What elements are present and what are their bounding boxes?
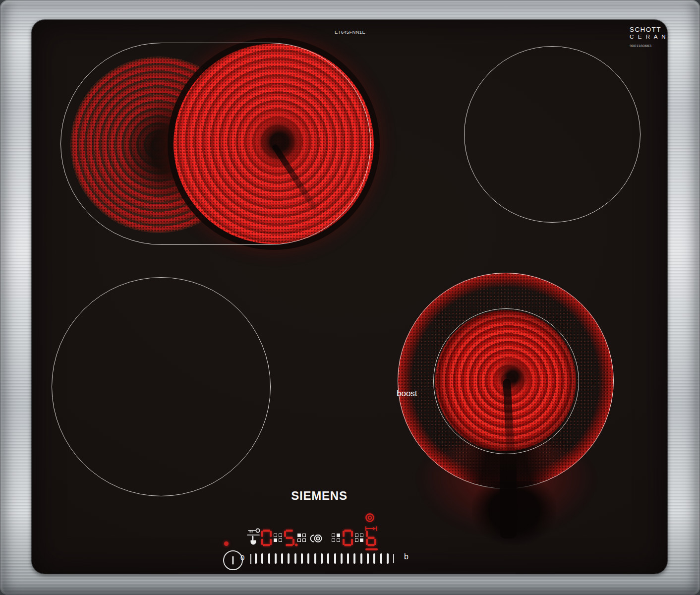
boost-level-underline xyxy=(365,548,378,550)
zone-display-back-right xyxy=(343,530,353,548)
power-slider-ticks[interactable] xyxy=(255,553,394,564)
slider-end-label: b xyxy=(404,552,408,561)
zone-display-back-left xyxy=(284,530,298,548)
slider-tick xyxy=(353,553,355,564)
zone-select-key-front-right[interactable] xyxy=(355,534,363,542)
slider-start-divider xyxy=(250,554,251,564)
pan-detection-icon xyxy=(307,534,322,545)
zone-extend-arrow-icon[interactable] xyxy=(365,525,378,534)
slider-tick xyxy=(255,553,257,564)
slider-tick xyxy=(341,553,343,564)
slider-tick xyxy=(301,553,303,564)
slider-tick xyxy=(281,553,283,564)
slider-tick xyxy=(347,553,349,564)
zone-select-key-back-left[interactable] xyxy=(297,534,306,542)
slider-tick xyxy=(314,553,316,564)
slider-start-label: 0 xyxy=(240,553,244,562)
dual-zone-rings-icon xyxy=(364,512,375,525)
zone-select-key-back-right[interactable] xyxy=(332,534,340,542)
slider-tick xyxy=(373,553,375,564)
power-indicator-dot xyxy=(224,541,229,546)
slider-tick xyxy=(327,553,329,564)
ceramic-glass-surface: ET645FNN1E SCHOTT C E R A N® 9001180663 xyxy=(32,20,667,574)
child-lock-key-hand-icon[interactable] xyxy=(246,528,261,548)
slider-tick xyxy=(268,553,270,564)
slider-tick xyxy=(360,553,362,564)
slider-tick xyxy=(367,553,369,564)
slider-tick xyxy=(261,553,263,564)
slider-tick xyxy=(387,553,389,564)
slider-tick xyxy=(321,553,323,564)
power-icon[interactable] xyxy=(223,550,243,570)
slider-tick xyxy=(334,553,336,564)
slider-tick-thin xyxy=(393,554,394,563)
slider-tick xyxy=(275,553,277,564)
slider-tick xyxy=(380,553,382,564)
touch-control-panel: 0 b xyxy=(32,20,667,574)
slider-tick xyxy=(307,553,309,564)
cooktop-product-photo: ET645FNN1E SCHOTT C E R A N® 9001180663 xyxy=(0,0,700,595)
slider-tick xyxy=(288,553,290,564)
slider-tick xyxy=(294,553,296,564)
zone-display-front-left xyxy=(261,530,272,548)
zone-select-key-front-left[interactable] xyxy=(274,534,282,542)
